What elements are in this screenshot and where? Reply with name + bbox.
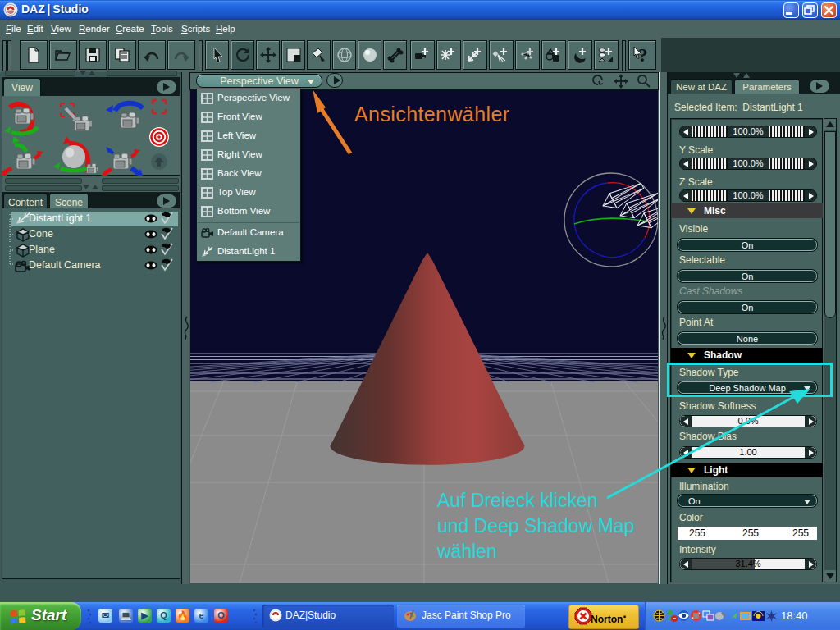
- svg-text:?: ?: [638, 45, 648, 65]
